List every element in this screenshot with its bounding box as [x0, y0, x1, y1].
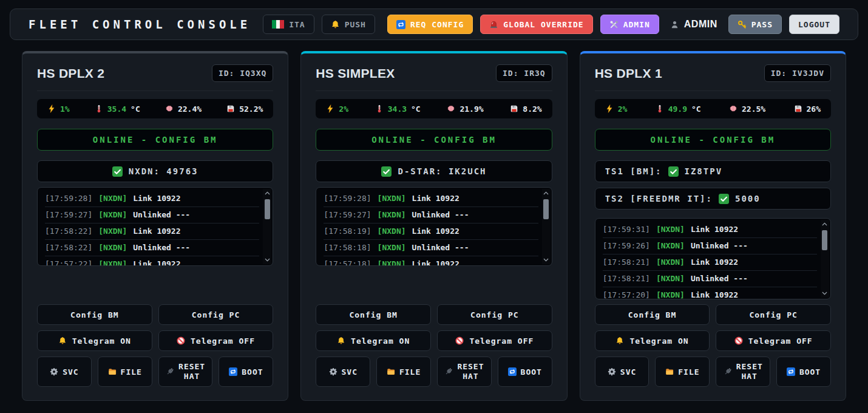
prohibited-icon [734, 336, 743, 345]
scroll-up-icon[interactable] [821, 222, 828, 227]
global-override-button[interactable]: GLOBAL OVERRIDE [480, 15, 592, 34]
log-message: Unlinked --- [691, 271, 748, 287]
log-panel[interactable]: [17:59:28][NXDN]Link 10922 [17:59:27][NX… [37, 187, 273, 266]
temperature-unit: °C [131, 104, 140, 114]
boot-button[interactable]: BOOT [219, 357, 273, 387]
config-pc-label: Config PC [192, 310, 240, 319]
log-row: [17:57:22][NXDN]Link 10922 [45, 256, 259, 266]
log-panel[interactable]: [17:59:31][NXDN]Link 10922 [17:59:26][NX… [595, 218, 831, 299]
telegram-off-button[interactable]: Telegram OFF [437, 330, 552, 351]
lightning-icon [605, 104, 614, 113]
top-header: FLEET CONTROL CONSOLE ITA PUSH REQ CONFI… [10, 9, 858, 40]
telegram-on-label: Telegram ON [72, 336, 131, 346]
log-tag: [NXDN] [378, 224, 406, 239]
stats-bar: 2% 34.3°C 21.9% 8.2% [316, 99, 552, 118]
hotspot-card-hs-dplx-2: HS DPLX 2 ID: IQ3XQ 1% 35.4°C 22.4% 52.2… [22, 51, 288, 401]
logout-button[interactable]: LOGOUT [789, 15, 839, 34]
log-scrollbar[interactable] [821, 220, 829, 298]
disk-value: 52.2% [239, 104, 263, 114]
scroll-down-icon[interactable] [264, 258, 271, 262]
log-tag: [NXDN] [378, 207, 406, 223]
service-status-bar: D-STAR: IK2UCH [316, 160, 552, 182]
req-config-button[interactable]: REQ CONFIG [387, 15, 473, 34]
scroll-down-icon[interactable] [821, 291, 828, 296]
reboot-icon [508, 367, 517, 376]
bell-icon [615, 336, 624, 345]
config-bm-button[interactable]: Config BM [316, 304, 431, 325]
bell-icon [58, 336, 67, 345]
prohibited-icon [455, 336, 464, 345]
siren-icon [489, 20, 498, 29]
scroll-down-icon[interactable] [543, 258, 549, 262]
reset-hat-button[interactable]: RESET HAT [437, 357, 492, 387]
divider [37, 90, 273, 91]
reset-hat-button[interactable]: RESET HAT [158, 357, 213, 387]
plug-icon [166, 367, 174, 376]
scrollbar-thumb[interactable] [265, 199, 270, 219]
service-status-bar-ts1: TS1 [BM]: IZ8TPV [595, 160, 831, 182]
log-time: [17:58:22] [45, 240, 92, 256]
user-name-label: ADMIN [684, 19, 717, 30]
log-tag: [NXDN] [656, 287, 685, 299]
telegram-off-label: Telegram OFF [748, 336, 813, 346]
log-row: [17:58:21][NXDN]Unlinked --- [603, 271, 817, 287]
telegram-on-button[interactable]: Telegram ON [37, 330, 152, 351]
config-bm-button[interactable]: Config BM [595, 304, 710, 325]
temperature-value: 49.9 [668, 104, 687, 114]
svc-button[interactable]: SVC [37, 357, 92, 387]
push-button[interactable]: PUSH [322, 15, 375, 34]
scroll-up-icon[interactable] [543, 191, 549, 196]
telegram-off-button[interactable]: Telegram OFF [158, 330, 274, 351]
floppy-disk-icon [226, 104, 235, 113]
folder-icon [665, 367, 674, 376]
config-pc-button[interactable]: Config PC [437, 304, 552, 325]
config-bm-button[interactable]: Config BM [37, 304, 152, 325]
temperature-stat: 49.9°C [656, 104, 701, 114]
status-banner: ONLINE - CONFIG BM [37, 129, 273, 151]
file-button[interactable]: FILE [376, 357, 431, 387]
log-time: [17:59:27] [45, 207, 92, 223]
scrollbar-thumb[interactable] [543, 199, 549, 219]
log-message: Link 10922 [412, 224, 459, 239]
config-pc-button[interactable]: Config PC [716, 304, 831, 325]
scroll-up-icon[interactable] [264, 191, 271, 196]
log-scrollbar[interactable] [263, 189, 271, 264]
language-button[interactable]: ITA [263, 15, 314, 34]
telegram-on-button[interactable]: Telegram ON [595, 330, 710, 351]
telegram-off-button[interactable]: Telegram OFF [716, 330, 831, 351]
pass-button[interactable]: PASS [728, 15, 782, 34]
card-header: HS DPLX 2 ID: IQ3XQ [37, 64, 273, 82]
svc-button[interactable]: SVC [316, 357, 370, 387]
folder-icon [387, 367, 395, 376]
telegram-on-button[interactable]: Telegram ON [316, 330, 431, 351]
file-button[interactable]: FILE [98, 357, 152, 387]
fleet-card-deck: HS DPLX 2 ID: IQ3XQ 1% 35.4°C 22.4% 52.2… [22, 51, 846, 401]
key-icon [737, 20, 747, 29]
log-panel[interactable]: [17:59:28][NXDN]Link 10922 [17:59:27][NX… [316, 187, 552, 266]
reset-hat-label: RESET HAT [178, 362, 205, 382]
log-message: Link 10922 [412, 191, 459, 206]
boot-button[interactable]: BOOT [498, 357, 552, 387]
log-rows: [17:59:28][NXDN]Link 10922 [17:59:27][NX… [45, 191, 259, 266]
service-status-bar-ts2: TS2 [FREEDMR IT]: 5000 [595, 188, 831, 210]
temperature-stat: 35.4°C [95, 104, 140, 114]
log-time: [17:58:21] [603, 254, 650, 270]
disk-value: 8.2% [523, 104, 541, 114]
boot-button[interactable]: BOOT [776, 357, 831, 387]
action-row: SVC FILE RESET HAT BOOT [37, 357, 273, 387]
device-id-badge: ID: IQ3XQ [212, 64, 273, 82]
reset-hat-button[interactable]: RESET HAT [716, 357, 770, 387]
check-icon [719, 194, 729, 204]
log-scrollbar[interactable] [542, 189, 551, 264]
scrollbar-thumb[interactable] [822, 230, 827, 250]
admin-button[interactable]: ADMIN [600, 15, 659, 34]
log-tag: [NXDN] [98, 224, 127, 239]
service-value: NXDN: 49763 [129, 166, 198, 176]
svc-button[interactable]: SVC [595, 357, 649, 387]
log-tag: [NXDN] [98, 191, 127, 206]
config-pc-button[interactable]: Config PC [158, 304, 274, 325]
log-message: Link 10922 [691, 287, 738, 299]
logout-label: LOGOUT [798, 20, 830, 29]
file-button[interactable]: FILE [655, 357, 710, 387]
temperature-value: 35.4 [107, 104, 126, 114]
